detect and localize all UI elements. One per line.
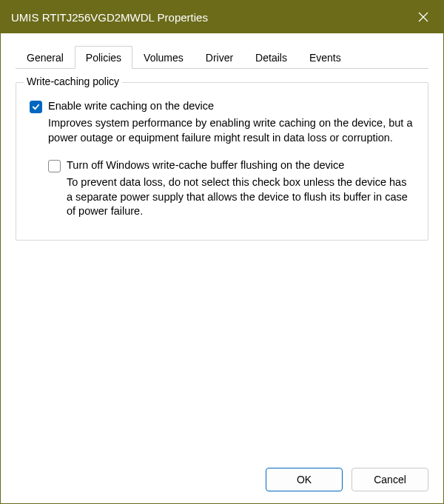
tab-general[interactable]: General bbox=[16, 46, 75, 69]
titlebar: UMIS RTITJ256VGD2MWDL Properties bbox=[1, 1, 443, 33]
turn-off-flushing-desc: To prevent data loss, do not select this… bbox=[67, 175, 414, 219]
tab-events[interactable]: Events bbox=[298, 46, 352, 69]
check-icon bbox=[32, 103, 40, 111]
enable-write-cache-row: Enable write caching on the device bbox=[30, 99, 414, 113]
turn-off-flushing-label[interactable]: Turn off Windows write-cache buffer flus… bbox=[67, 158, 344, 172]
enable-write-cache-label[interactable]: Enable write caching on the device bbox=[48, 99, 214, 113]
tab-volumes[interactable]: Volumes bbox=[132, 46, 195, 69]
group-legend: Write-caching policy bbox=[24, 75, 122, 87]
turn-off-flushing-subgroup: Turn off Windows write-cache buffer flus… bbox=[48, 158, 414, 219]
window-title: UMIS RTITJ256VGD2MWDL Properties bbox=[11, 11, 208, 24]
spacer bbox=[16, 241, 428, 460]
cancel-button[interactable]: Cancel bbox=[352, 468, 428, 491]
enable-write-cache-desc: Improves system performance by enabling … bbox=[48, 116, 414, 145]
tab-driver[interactable]: Driver bbox=[195, 46, 244, 69]
dialog-content: General Policies Volumes Driver Details … bbox=[1, 33, 443, 503]
close-icon bbox=[418, 12, 428, 22]
turn-off-flushing-row: Turn off Windows write-cache buffer flus… bbox=[48, 158, 414, 172]
tab-strip: General Policies Volumes Driver Details … bbox=[16, 45, 428, 69]
dialog-button-row: OK Cancel bbox=[16, 460, 428, 491]
enable-write-cache-checkbox[interactable] bbox=[30, 101, 42, 113]
ok-button[interactable]: OK bbox=[266, 468, 343, 491]
properties-dialog: UMIS RTITJ256VGD2MWDL Properties General… bbox=[0, 0, 444, 504]
turn-off-flushing-checkbox[interactable] bbox=[48, 160, 61, 172]
tab-details[interactable]: Details bbox=[244, 46, 298, 69]
close-button[interactable] bbox=[411, 4, 436, 30]
tab-policies[interactable]: Policies bbox=[75, 46, 132, 69]
write-caching-group: Write-caching policy Enable write cachin… bbox=[16, 82, 428, 241]
